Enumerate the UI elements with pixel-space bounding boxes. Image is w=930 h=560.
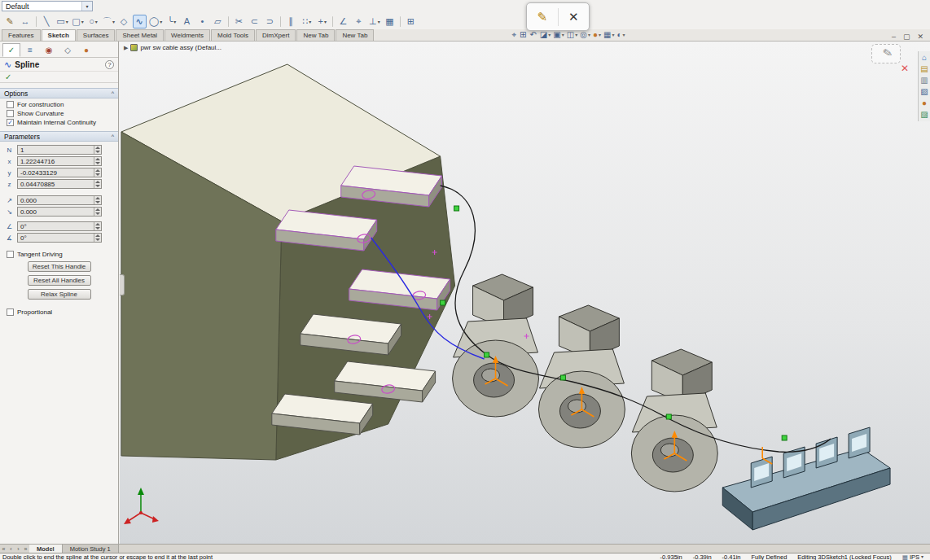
tab-sketch[interactable]: Sketch — [42, 29, 76, 41]
checkbox[interactable]: ✓ — [7, 119, 14, 126]
view-palette-icon[interactable]: ▧ — [920, 88, 928, 96]
tab-features[interactable]: Features — [2, 29, 41, 41]
toolbar-icon[interactable] — [332, 16, 333, 27]
corner-rectangle-icon[interactable]: ▭▾ — [55, 15, 69, 28]
cable-clip-3[interactable] — [631, 349, 717, 492]
parameter-input[interactable]: -0.02433129 — [17, 168, 102, 177]
spline-icon[interactable]: ∿ — [133, 15, 147, 28]
linear-pattern-icon[interactable]: ∷▾ — [300, 15, 314, 28]
plane-icon[interactable]: ▱ — [211, 15, 225, 28]
quick-snaps-icon[interactable]: ⊥▾ — [367, 15, 381, 28]
text-icon[interactable]: A — [180, 15, 194, 28]
configurationmanager-tab-icon[interactable]: ≡ — [21, 43, 39, 57]
scroll-right-icon[interactable]: › — [15, 546, 22, 552]
line-icon[interactable]: ╲ — [40, 15, 54, 28]
display-style-icon[interactable]: ◫▾ — [567, 30, 577, 39]
sustainability-tab-icon[interactable]: ● — [77, 43, 95, 57]
zoom-fit-icon[interactable]: ⌖ — [511, 30, 517, 40]
polygon-icon[interactable]: ◇ — [117, 15, 131, 28]
tab-surfaces[interactable]: Surfaces — [77, 29, 116, 41]
parameter-input[interactable]: 0.04470885 — [17, 179, 102, 189]
hide-show-icon[interactable]: ◎▾ — [580, 30, 590, 39]
section-view-icon[interactable]: ◪▾ — [540, 30, 551, 39]
motion-study-tab[interactable]: Motion Study 1 — [63, 545, 119, 553]
restore-window-icon[interactable]: ▢ — [903, 33, 910, 41]
zoom-area-icon[interactable]: ⊞ — [520, 30, 527, 39]
scroll-first-icon[interactable]: « — [0, 546, 7, 552]
options-section-header[interactable]: Options ^ — [0, 88, 118, 98]
tangent-driving-checkbox[interactable]: Tangent Driving — [0, 249, 118, 258]
chevron-down-icon[interactable]: ▾ — [81, 2, 92, 11]
tab-weldments[interactable]: Weldments — [165, 29, 210, 41]
spinner[interactable] — [94, 222, 101, 230]
minimize-window-icon[interactable]: – — [892, 33, 896, 41]
expander-icon[interactable]: ▶ — [124, 45, 128, 51]
mirror-entities-icon[interactable]: ∥ — [284, 15, 298, 28]
connector-part[interactable] — [722, 427, 890, 530]
feature-tree-node[interactable]: ▶ pwr sw cable assy (Defaul... — [124, 44, 222, 51]
parameter-input[interactable]: 0.000 — [17, 195, 102, 205]
sketch-picture-icon[interactable]: ▦ — [383, 15, 397, 28]
instant2d-icon[interactable]: ⊞ — [404, 15, 418, 28]
cable-clip-2[interactable] — [538, 305, 625, 448]
spinner[interactable] — [94, 234, 101, 242]
spinner[interactable] — [94, 146, 101, 154]
toolbar-icon[interactable] — [228, 16, 229, 27]
smart-dimension-icon[interactable]: ↔ — [19, 15, 33, 28]
toolbar-icon[interactable] — [280, 16, 281, 27]
checkbox[interactable] — [7, 308, 14, 316]
for-construction-checkbox[interactable]: For construction — [0, 99, 118, 108]
parameters-section-header[interactable]: Parameters ^ — [0, 131, 118, 142]
proportional-checkbox[interactable]: Proportional — [0, 307, 118, 316]
exit-sketch-icon[interactable]: ✎ — [3, 15, 17, 28]
dimxpertmanager-tab-icon[interactable]: ◇ — [59, 43, 77, 57]
model-tab[interactable]: Model — [29, 545, 63, 553]
unit-system-selector[interactable]: ▦ IPS ▾ — [902, 553, 923, 560]
circle-icon[interactable]: ○▾ — [86, 15, 100, 28]
configuration-selector[interactable]: Default ▾ — [2, 1, 93, 11]
parameter-input[interactable]: 0.000 — [17, 207, 102, 217]
origin-triad[interactable] — [124, 488, 159, 524]
spinner[interactable] — [94, 157, 101, 165]
spinner[interactable] — [94, 196, 101, 204]
home-icon[interactable]: ⌂ — [922, 54, 927, 62]
repair-sketch-icon[interactable]: ⌖ — [352, 15, 366, 28]
checkbox[interactable] — [7, 110, 14, 117]
spinner[interactable] — [94, 180, 101, 188]
point-icon[interactable]: • — [195, 15, 209, 28]
show-curvature-checkbox[interactable]: Show Curvature — [0, 108, 118, 117]
offset-entities-icon[interactable]: ⊃ — [263, 15, 277, 28]
context-close-button[interactable]: ✕ — [563, 7, 584, 28]
graphics-area[interactable]: ▶ pwr sw cable assy (Defaul... ✎ ✕ ⌂▤▥▧●… — [120, 42, 930, 544]
view-orientation-icon[interactable]: ▣▾ — [553, 30, 564, 39]
parameter-input[interactable]: 0° — [17, 233, 102, 243]
ellipse-icon[interactable]: ◯▾ — [148, 15, 163, 28]
display-relations-icon[interactable]: ∠ — [336, 15, 350, 28]
tab-dimxpert[interactable]: DimXpert — [256, 29, 296, 41]
arc-icon[interactable]: ⌒▾ — [102, 15, 116, 28]
collapse-icon[interactable]: ^ — [112, 90, 114, 96]
checkbox[interactable] — [7, 101, 14, 108]
toolbar-icon[interactable] — [36, 16, 37, 27]
apply-scene-icon[interactable]: ▦▾ — [603, 30, 614, 39]
help-icon[interactable]: ? — [105, 60, 114, 69]
appearances-icon[interactable]: ● — [922, 99, 927, 107]
displaymanager-tab-icon[interactable]: ◉ — [40, 43, 58, 57]
move-entities-icon[interactable]: +▾ — [315, 15, 329, 28]
propertymanager-tab-icon[interactable]: ✓ — [2, 43, 20, 57]
relax-spline-button[interactable]: Relax Spline — [28, 289, 91, 300]
context-edit-button[interactable]: ✎ — [532, 7, 553, 28]
previous-view-icon[interactable]: ↶ — [529, 30, 537, 39]
custom-properties-icon[interactable]: ▨ — [920, 111, 928, 119]
toolbar-icon[interactable] — [400, 16, 401, 27]
ok-button[interactable]: ✓ — [5, 72, 11, 81]
convert-entities-icon[interactable]: ⊂ — [248, 15, 261, 28]
cable-clip-1[interactable] — [453, 274, 539, 417]
scroll-last-icon[interactable]: » — [22, 546, 29, 552]
spinner[interactable] — [94, 168, 101, 177]
file-explorer-icon[interactable]: ▥ — [920, 77, 928, 85]
close-window-icon[interactable]: ✕ — [917, 33, 923, 41]
checkbox[interactable] — [7, 251, 14, 258]
tab-new-tab-1[interactable]: New Tab — [296, 29, 335, 41]
parameter-input[interactable]: 1.22244716 — [17, 156, 102, 166]
